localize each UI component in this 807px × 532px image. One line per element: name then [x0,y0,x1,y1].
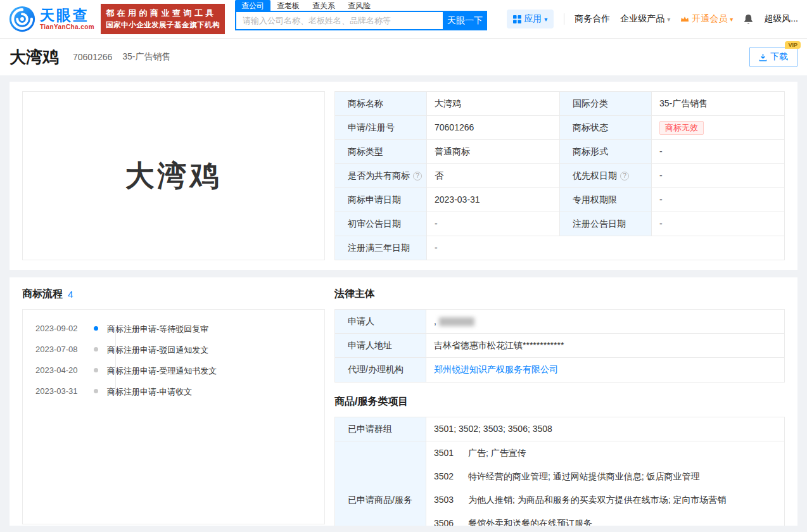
help-icon[interactable]: ? [620,172,629,180]
process-count: 4 [68,289,73,300]
promo-line1: 都在用的商业查询工具 [106,7,220,20]
timeline-connector [115,329,116,393]
table-row: 申请人地址 吉林省德惠市松花江镇************ [335,334,784,358]
download-icon [759,53,767,61]
table-row: 初审公告日期 - 注册公告日期 - [335,212,784,236]
top-navbar: 天眼查 TianYanCha.com 都在用的商业查询工具 国家中小企业发展子基… [0,0,807,39]
chevron-down-icon: ▾ [730,16,733,23]
logo-name-en: TianYanCha.com [40,23,94,30]
table-row: 申请/注册号 70601266 商标状态 商标无效 [335,116,784,140]
notifications-bell[interactable] [743,14,754,25]
trademark-image: 大湾鸡 [22,91,325,260]
help-icon[interactable]: ? [413,172,422,180]
goods-line: 3503为他人推销; 为商品和服务的买卖双方提供在线市场; 定向市场营销 [434,488,777,512]
goods-line: 3501广告; 广告宣传 [434,441,777,465]
timeline-item: 2023-09-02 商标注册申请-等待驳回复审 [35,324,324,335]
timeline-item: 2023-03-31 商标注册申请-申请收文 [35,386,324,398]
tab-search-risk[interactable]: 查风险 [341,0,377,11]
search-button[interactable]: 天眼一下 [443,11,487,30]
legal-title: 法律主体 [334,288,375,301]
legal-table: 申请人 , 申请人地址 吉林省德惠市松花江镇************ 代理/办理… [334,309,785,383]
timeline-dot [94,368,98,372]
trademark-process-panel: 商标流程 4 2023-09-02 商标注册申请-等待驳回复审 2023-07-… [22,288,325,513]
table-row: 代理/办理机构 郑州锐进知识产权服务有限公司 [335,358,784,382]
bell-icon [743,14,754,25]
goods-table: 已申请群组 3501; 3502; 3503; 3506; 3508 已申请商品… [334,417,785,526]
nav-enterprise-products[interactable]: 企业级产品 ▾ [620,13,670,25]
nav-apps[interactable]: 应用 ▾ [507,10,554,28]
international-class: 35-广告销售 [122,51,170,63]
promo-line2: 国家中小企业发展子基金旗下机构 [106,20,220,31]
nav-divider [564,13,564,25]
tianyancha-logo-icon [9,6,35,32]
table-row: 注册满三年日期 - [335,236,784,260]
timeline-dot [94,326,98,331]
legal-entity-panel: 法律主体 申请人 , 申请人地址 吉林省德惠市松花江镇************ … [334,288,785,513]
promo-banner: 都在用的商业查询工具 国家中小企业发展子基金旗下机构 [101,4,225,34]
redacted-applicant-name [439,317,474,326]
nav-super-risk[interactable]: 超级风... [764,13,798,25]
apps-grid-icon [513,15,521,23]
timeline-item: 2023-04-20 商标注册申请-受理通知书发文 [35,365,324,377]
download-button[interactable]: 下载 VIP [749,47,797,67]
header-nav: 应用 ▾ 商务合作 企业级产品 ▾ 开通会员 ▾ 超级风... [507,10,798,28]
table-row: 申请人 , [335,310,784,334]
trademark-info-card: 大湾鸡 商标名称 大湾鸡 国际分类 35-广告销售 申请/注册号 7060126… [10,82,797,270]
tab-search-company[interactable]: 查公司 [235,0,270,11]
tab-search-relation[interactable]: 查关系 [306,0,341,11]
goods-line: 3506餐馆外卖和送餐的在线预订服务 [434,512,777,526]
agency-link[interactable]: 郑州锐进知识产权服务有限公司 [434,364,558,374]
registration-number: 70601266 [73,52,112,62]
table-row: 商标名称 大湾鸡 国际分类 35-广告销售 [335,92,784,116]
process-timeline: 2023-09-02 商标注册申请-等待驳回复审 2023-07-08 商标注册… [22,309,325,524]
crown-icon [680,16,689,23]
bottom-section: 商标流程 4 2023-09-02 商标注册申请-等待驳回复审 2023-07-… [10,277,797,526]
process-title: 商标流程 [22,288,63,301]
status-badge: 商标无效 [659,121,704,135]
goods-title: 商品/服务类项目 [334,395,408,408]
tab-search-boss[interactable]: 查老板 [270,0,306,11]
page-title: 大湾鸡 [10,46,59,68]
search-tabs: 查公司 查老板 查关系 查风险 [235,0,487,11]
nav-open-vip[interactable]: 开通会员 ▾ [680,13,733,25]
search-input[interactable] [235,11,443,30]
table-row: 已申请商品/服务 3501广告; 广告宣传 3502特许经营的商业管理; 通过网… [335,441,784,526]
table-row: 商标类型 普通商标 商标形式 - [335,140,784,164]
timeline-item: 2023-07-08 商标注册申请-驳回通知发文 [35,345,324,356]
chevron-down-icon: ▾ [544,16,547,23]
goods-line: 3502特许经营的商业管理; 通过网站提供商业信息; 饭店商业管理 [434,465,777,488]
trademark-info-table: 商标名称 大湾鸡 国际分类 35-广告销售 申请/注册号 70601266 商标… [334,91,785,260]
vip-badge: VIP [785,41,801,49]
table-row: 已申请群组 3501; 3502; 3503; 3506; 3508 [335,417,784,441]
timeline-dot [94,389,98,393]
timeline-dot [94,347,98,352]
nav-business-cooperation[interactable]: 商务合作 [575,13,610,25]
logo[interactable]: 天眼查 TianYanCha.com [9,6,94,32]
search-area: 查公司 查老板 查关系 查风险 天眼一下 [235,0,487,30]
logo-name-cn: 天眼查 [40,8,94,23]
page-title-bar: 大湾鸡 70601266 35-广告销售 下载 VIP [0,39,807,75]
table-row: 是否为共有商标? 否 优先权日期? - [335,164,784,188]
chevron-down-icon: ▾ [667,16,670,23]
table-row: 商标申请日期 2023-03-31 专用权期限 - [335,188,784,212]
